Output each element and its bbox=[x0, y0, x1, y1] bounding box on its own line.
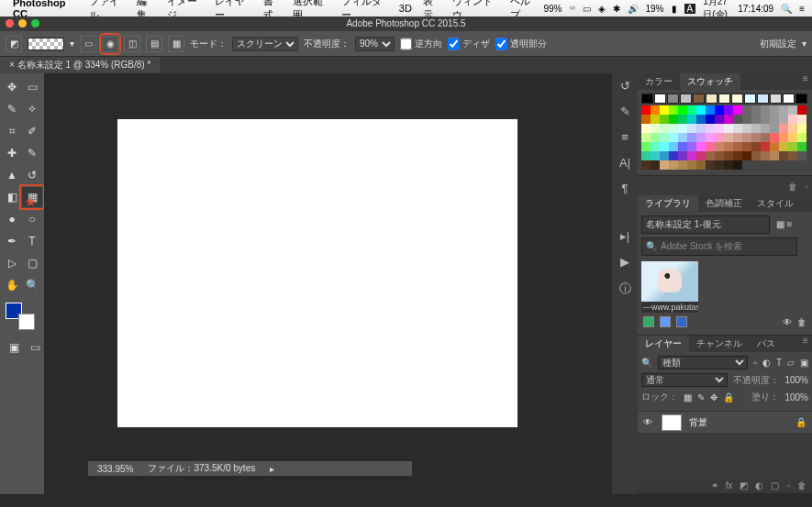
gradient-radial-icon[interactable]: ◉ bbox=[102, 36, 118, 52]
swatch[interactable] bbox=[687, 160, 696, 170]
paragraph-panel-icon[interactable]: ¶ bbox=[617, 182, 632, 196]
swatch[interactable] bbox=[779, 133, 788, 142]
swatch[interactable] bbox=[651, 142, 660, 151]
swatch[interactable] bbox=[678, 151, 687, 160]
swatch[interactable] bbox=[718, 94, 730, 104]
dither-checkbox[interactable]: ディザ bbox=[448, 37, 490, 51]
swatch[interactable] bbox=[797, 105, 806, 115]
trash2-icon[interactable]: 🗑 bbox=[797, 317, 806, 327]
swatch[interactable] bbox=[724, 160, 733, 170]
gradient-preview[interactable] bbox=[28, 38, 64, 50]
swatch[interactable] bbox=[706, 94, 717, 104]
screenmode-icon[interactable]: ▭ bbox=[27, 337, 44, 358]
swatch[interactable] bbox=[779, 142, 788, 151]
library-thumbnail[interactable] bbox=[641, 261, 698, 302]
swatch[interactable] bbox=[770, 133, 779, 142]
swatch[interactable] bbox=[733, 142, 742, 151]
keyboard-indicator[interactable]: A bbox=[684, 4, 696, 14]
swatch[interactable] bbox=[724, 133, 733, 142]
swatch[interactable] bbox=[757, 94, 769, 104]
swatch[interactable] bbox=[687, 151, 696, 160]
lock-move-icon[interactable]: ✥ bbox=[710, 392, 717, 402]
play-panel-icon[interactable]: ▶ bbox=[617, 255, 632, 270]
character-panel-icon[interactable]: A| bbox=[617, 156, 632, 171]
healing-tool-icon[interactable]: ✚ bbox=[2, 143, 22, 163]
swatch[interactable] bbox=[660, 160, 669, 170]
lock-all-icon[interactable]: 🔒 bbox=[723, 392, 734, 402]
quickmask-icon[interactable]: ▣ bbox=[6, 337, 23, 358]
layer-visibility-icon[interactable]: 👁 bbox=[643, 417, 654, 427]
swatch[interactable] bbox=[706, 151, 715, 160]
swatch[interactable] bbox=[742, 151, 751, 160]
canvas[interactable] bbox=[117, 119, 517, 427]
swatch[interactable] bbox=[651, 160, 660, 170]
history-brush-tool-icon[interactable]: ↺ bbox=[22, 165, 42, 185]
swatch[interactable] bbox=[751, 142, 761, 151]
swatch[interactable] bbox=[667, 94, 679, 104]
fx-icon[interactable]: fx bbox=[726, 480, 733, 490]
fill-value[interactable]: 100% bbox=[784, 392, 808, 402]
mask-icon[interactable]: ◩ bbox=[740, 480, 748, 490]
view-list-icon[interactable]: ≡ bbox=[787, 219, 793, 229]
path-tool-icon[interactable]: ▷ bbox=[2, 253, 22, 273]
airplay-icon[interactable]: ◈ bbox=[598, 4, 606, 14]
swatch[interactable] bbox=[641, 160, 651, 170]
swatch[interactable] bbox=[788, 124, 797, 133]
lib-color2-icon[interactable] bbox=[660, 316, 671, 327]
zoom-tool-icon[interactable]: 🔍 bbox=[22, 275, 42, 295]
swatch[interactable] bbox=[731, 94, 743, 104]
channels-tab[interactable]: チャンネル bbox=[689, 336, 750, 352]
swatch[interactable] bbox=[660, 133, 669, 142]
color-tab[interactable]: カラー bbox=[638, 73, 680, 90]
swatch[interactable] bbox=[742, 124, 751, 133]
lasso-tool-icon[interactable]: ✎ bbox=[2, 99, 22, 119]
swatch[interactable] bbox=[651, 151, 660, 160]
close-window-icon[interactable] bbox=[6, 19, 14, 28]
swatch[interactable] bbox=[706, 160, 715, 170]
swatch[interactable] bbox=[797, 151, 806, 160]
dodge-tool-icon[interactable]: ○ bbox=[22, 209, 42, 229]
swatch[interactable] bbox=[706, 115, 715, 124]
swatch[interactable] bbox=[669, 124, 678, 133]
swatch[interactable] bbox=[687, 133, 696, 142]
pen-tool-icon[interactable]: ✒ bbox=[2, 231, 22, 251]
swatch[interactable] bbox=[761, 142, 770, 151]
swatch[interactable] bbox=[696, 105, 706, 115]
paths-tab[interactable]: パス bbox=[750, 336, 783, 352]
new-layer-icon[interactable]: ▫ bbox=[786, 480, 790, 490]
reset-button[interactable]: 初期設定 bbox=[760, 38, 796, 50]
lock-transparent-icon[interactable]: ▦ bbox=[684, 392, 692, 402]
swatch[interactable] bbox=[687, 115, 696, 124]
swatch[interactable] bbox=[742, 133, 751, 142]
actions-panel-icon[interactable]: ▸| bbox=[617, 229, 632, 244]
swatch[interactable] bbox=[788, 142, 797, 151]
traffic-lights[interactable] bbox=[6, 19, 39, 28]
zoom-level[interactable]: 333.95% bbox=[97, 464, 133, 474]
swatch[interactable] bbox=[651, 105, 660, 115]
options-menu-icon[interactable]: ▾ bbox=[802, 39, 806, 49]
swatch[interactable] bbox=[669, 142, 678, 151]
brush-panel-icon[interactable]: ✎ bbox=[617, 105, 632, 119]
swatch[interactable] bbox=[641, 151, 651, 160]
swatch[interactable] bbox=[751, 124, 761, 133]
status-arrow-icon[interactable]: ▸ bbox=[270, 464, 274, 474]
swatch[interactable] bbox=[693, 94, 705, 104]
swatch[interactable] bbox=[761, 115, 770, 124]
swatch[interactable] bbox=[724, 105, 733, 115]
swatch[interactable] bbox=[788, 151, 797, 160]
swatch[interactable] bbox=[660, 105, 669, 115]
menubar-time[interactable]: 17:14:09 bbox=[738, 4, 773, 14]
swatch[interactable] bbox=[742, 115, 751, 124]
swatch[interactable] bbox=[641, 105, 651, 115]
opacity-select[interactable]: 90% bbox=[355, 37, 395, 51]
swatch[interactable] bbox=[669, 105, 678, 115]
gradient-diamond-icon[interactable]: ▦ bbox=[168, 36, 184, 52]
swatch[interactable] bbox=[770, 151, 779, 160]
swatch[interactable] bbox=[742, 142, 751, 151]
gradient-angle-icon[interactable]: ◫ bbox=[124, 36, 140, 52]
magic-wand-tool-icon[interactable]: ✧ bbox=[22, 99, 42, 119]
swatch[interactable] bbox=[761, 105, 770, 115]
blend-mode-select[interactable]: スクリーン bbox=[232, 37, 298, 51]
menu-3d[interactable]: 3D bbox=[399, 3, 412, 14]
gradient-tool-icon[interactable]: ▦★ bbox=[22, 187, 42, 207]
